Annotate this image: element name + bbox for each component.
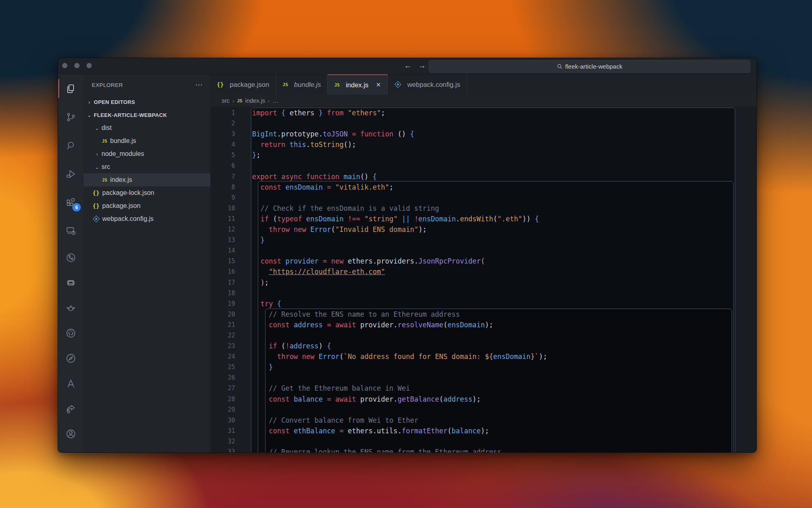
code-line-1: 1import { ethers } from "ethers"; [210,108,756,118]
line-number: 23 [210,341,235,351]
js-file-icon: JS [102,177,107,183]
tree-item-src[interactable]: ⌄src [84,160,210,173]
line-number: 15 [210,256,235,266]
activity-item-run-debug[interactable] [58,160,84,188]
js-file-icon: JS [102,138,107,144]
back-icon[interactable]: ← [404,61,412,71]
tab-webpack-config-js[interactable]: webpack.config.js [388,74,467,95]
more-actions-icon[interactable]: ⋯ [195,80,203,89]
breadcrumb-label: index.js [245,97,265,104]
activity-item-account[interactable] [58,421,84,446]
tree-item-dist[interactable]: ⌄dist [84,121,210,134]
line-number: 31 [210,426,235,436]
activity-item-source-control[interactable] [58,103,84,131]
code-text: // Reverse lookup the ENS name from the … [252,447,501,452]
activity-item-live-share[interactable] [58,396,84,421]
activity-item-compass[interactable] [58,346,84,371]
file-tree: ›OPEN EDITORS⌄FLEEK-ARTICLE-WEBPACK⌄dist… [84,95,210,225]
code-line-33: 33 // Reverse lookup the ENS name from t… [210,447,756,452]
line-number: 2 [210,118,235,129]
tree-item-package-lock-json[interactable]: {}package-lock.json [84,186,210,199]
json-file-icon: {} [93,190,99,196]
desktop-wallpaper: ← → fleek-article-webpack 6 EXPLORER ⋯ ›… [0,0,812,508]
activity-item-github[interactable] [58,320,84,346]
code-editor[interactable]: 1import { ethers } from "ethers";23BigIn… [210,107,756,452]
code-text: if (typeof ensDomain !== "string" || !en… [252,214,539,224]
minimize-window-button[interactable] [74,63,80,68]
breadcrumb-item[interactable]: … [272,97,279,104]
activity-item-search[interactable] [58,131,84,160]
activity-item-explorer[interactable] [58,74,84,103]
tree-item-index-js[interactable]: JSindex.js [84,173,210,186]
code-line-6: 6 [210,160,756,171]
activity-item-azure[interactable] [58,371,84,396]
tab-index-js[interactable]: JSindex.js✕ [328,74,388,95]
chevron-right-icon: › [86,99,93,105]
titlebar[interactable]: ← → fleek-article-webpack [58,58,756,74]
zoom-window-button[interactable] [86,63,92,68]
code-line-2: 2 [210,118,756,129]
extensions-badge: 6 [72,203,81,212]
tab-label: index.js [346,81,369,89]
history-nav: ← → [404,61,426,71]
code-line-9: 9 [210,192,756,203]
breadcrumb-item[interactable]: JSindex.js [237,97,265,104]
js-file-icon: JS [283,82,288,87]
tab-package-json[interactable]: {}package.json [210,74,276,95]
close-window-button[interactable] [62,63,67,68]
github-icon [65,328,76,339]
tree-item-node-modules[interactable]: ›node_modules [84,147,210,160]
activity-item-git-graph[interactable] [58,245,84,270]
tree-item-webpack-config-js[interactable]: webpack.config.js [84,212,210,225]
tree-item-bundle-js[interactable]: JSbundle.js [84,134,210,147]
breadcrumb-item[interactable]: src [222,97,229,104]
code-line-31: 31 const ethBalance = ethers.utils.forma… [210,426,756,436]
code-text: import { ethers } from "ethers"; [252,108,385,118]
activity-bar: 6 [58,74,84,452]
command-center-search[interactable]: fleek-article-webpack [429,60,750,73]
line-number: 8 [210,182,235,192]
activity-item-extensions[interactable]: 6 [58,188,84,216]
code-text: BigInt.prototype.toJSON = function () { [252,129,414,139]
tree-item-package-json[interactable]: {}package.json [84,199,210,212]
code-text: "https://cloudflare-eth.com" [252,266,385,277]
azure-icon [65,378,76,389]
close-icon[interactable]: ✕ [376,81,381,89]
code-line-10: 10 // Check if the ensDomain is a valid … [210,203,756,214]
activity-item-mask-extension[interactable] [58,270,84,295]
code-text: // Resolve the ENS name to an Ethereum a… [252,309,460,320]
mask-extension-icon [65,277,76,288]
remote-explorer-icon [65,225,76,236]
code-text: export async function main() { [252,171,377,182]
code-line-18: 18 [210,288,756,298]
tab-bundle-js[interactable]: JSbundle.js [276,74,328,95]
code-text: if (!address) { [252,341,331,351]
explorer-sidebar: EXPLORER ⋯ ›OPEN EDITORS⌄FLEEK-ARTICLE-W… [84,74,210,452]
code-line-11: 11 if (typeof ensDomain !== "string" || … [210,214,756,224]
code-line-25: 25 } [210,362,756,372]
line-number: 10 [210,203,235,214]
breadcrumb-label: src [222,97,229,104]
forward-icon[interactable]: → [418,61,426,71]
line-number: 18 [210,288,235,298]
code-text: throw new Error("Invalid ENS domain"); [252,224,427,235]
line-number: 7 [210,171,235,182]
tree-section-fleek-article-webpack[interactable]: ⌄FLEEK-ARTICLE-WEBPACK [84,108,210,121]
account-icon [65,428,76,439]
tree-item-label: webpack.config.js [102,215,153,223]
tree-item-label: OPEN EDITORS [94,99,135,105]
source-control-icon [65,112,76,123]
line-number: 12 [210,224,235,235]
breadcrumb-separator: › [232,98,234,104]
tab-label: webpack.config.js [407,81,460,89]
chevron-down-icon: ⌄ [94,125,100,131]
explorer-icon [65,83,76,94]
line-number: 20 [210,309,235,320]
activity-item-remote-explorer[interactable] [58,216,84,245]
breadcrumb-separator: › [268,98,270,104]
code-line-20: 20 // Resolve the ENS name to an Ethereu… [210,309,756,320]
activity-item-genie-lamp[interactable] [58,295,84,320]
code-line-13: 13 } [210,235,756,245]
tree-section-open-editors[interactable]: ›OPEN EDITORS [84,95,210,108]
line-number: 9 [210,192,235,203]
